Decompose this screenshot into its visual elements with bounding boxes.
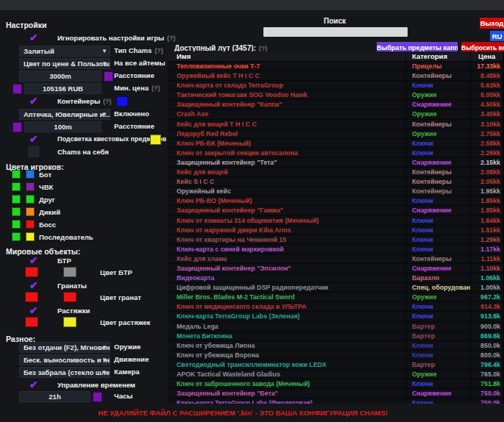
item-name: Видеокарта	[168, 273, 406, 282]
table-row[interactable]: Тактический томагавк SOG Voodoo HawkОруж…	[168, 90, 504, 99]
color-swatch[interactable]	[12, 207, 21, 216]
checkbox-check-icon[interactable]: ✔	[28, 134, 39, 145]
quest-highlight-color-swatch[interactable]	[150, 135, 161, 145]
color-swatch[interactable]	[26, 170, 35, 179]
item-name: Ключ от убежища Ворона	[168, 351, 406, 360]
table-row[interactable]: Защищенный контейнер "Бета"Снаряжение750…	[168, 389, 504, 398]
dropdown-weapon[interactable]: Без отдачи (F2), Мгновенное п▼	[19, 342, 110, 353]
column-header-name[interactable]: Имя	[168, 51, 406, 61]
checkbox-empty[interactable]	[28, 146, 39, 157]
table-row[interactable]: Ключ РБ-ВО (Меченый)Ключи1.85kk	[168, 196, 504, 205]
table-row[interactable]: Ключ от заброшенного завода (Меченый)Клю…	[168, 379, 504, 388]
hours-input[interactable]: 21h	[19, 391, 90, 402]
table-row[interactable]: Защищенный контейнер "Тета"Снаряжение2.1…	[168, 158, 504, 167]
weapon-dropdown-row: Без отдачи (F2), Мгновенное п▼ Оружие	[6, 342, 165, 354]
color-swatch[interactable]	[12, 170, 21, 179]
containers-checkbox[interactable]: ✔ Контейнеры(?)	[6, 96, 165, 107]
table-row[interactable]: Ключ-карта TerraGroup Labs (Зеленая)Ключ…	[168, 312, 504, 321]
table-row[interactable]: Защищенный контейнер "Эпсилон"Снаряжение…	[168, 264, 504, 273]
table-row[interactable]: Светодиодный трансиллюминатор кожи LEDXБ…	[168, 360, 504, 369]
table-row[interactable]: Ключ-карта TerraGroup Labs (Фиолетовая)К…	[168, 398, 504, 404]
dropdown-chams-type[interactable]: Залитый▼	[19, 46, 110, 57]
table-row[interactable]: Ключ от убежища ВоронаКлючи800.0k	[168, 351, 504, 360]
containers-distance-input[interactable]: 100m	[24, 121, 102, 132]
checkbox-check-icon[interactable]: ✔	[28, 379, 39, 390]
column-header-category[interactable]: Категория	[406, 51, 471, 61]
item-price: 1.11kk	[471, 254, 503, 263]
checkbox-check-icon[interactable]: ✔	[28, 305, 39, 316]
grenades-checkbox[interactable]: ✔ Гранаты	[6, 280, 165, 292]
color-swatch[interactable]	[26, 195, 35, 204]
search-input[interactable]	[263, 27, 408, 37]
exit-button[interactable]: Выход	[480, 18, 504, 29]
language-button[interactable]: RU	[490, 31, 504, 41]
item-price: 1.85kk	[471, 206, 503, 215]
table-row[interactable]: ВидеокартаБарахло1.06kk	[168, 273, 504, 282]
table-row[interactable]: Ключ РБ-БК (Меченый)Ключи2.58kk	[168, 139, 504, 148]
table-row[interactable]: Ледоруб Red RebelОружие2.75kk	[168, 129, 504, 138]
color-swatch[interactable]	[12, 220, 21, 229]
dropdown-camera[interactable]: Без забрала (стекло шлема)▼	[19, 367, 110, 378]
table-row[interactable]: Ключ от убежища ЛионаКлючи850.0k	[168, 341, 504, 350]
table-row[interactable]: Кейс для вещей T H I C CКонтейнеры3.10kk	[168, 120, 504, 129]
table-row[interactable]: Ключ-карта с синей маркировкойКлючи1.17k…	[168, 245, 504, 254]
color-swatch[interactable]	[26, 182, 35, 191]
color-swatch[interactable]	[25, 292, 38, 302]
min-price-input[interactable]: 105156 RUB	[24, 83, 102, 94]
table-row[interactable]: Защищенный контейнер "Гамма"Снаряжение1.…	[168, 206, 504, 215]
table-row[interactable]: Crash AxeОружие3.40kk	[168, 110, 504, 118]
table-row[interactable]: Ключ-карта от склада TerraGroupКлючи5.63…	[168, 81, 504, 90]
color-swatch[interactable]	[25, 267, 38, 277]
table-row[interactable]: Ключ от медицинского склада в УЛЬТРАКлюч…	[168, 302, 504, 311]
tripwires-checkbox[interactable]: ✔ Растяжки	[6, 305, 165, 317]
table-row[interactable]: Защищенный контейнер "Каппа"Снаряжение4.…	[168, 100, 504, 109]
table-row[interactable]: Ключ от квартиры на Чеканной 15Ключи1.29…	[168, 235, 504, 244]
table-row[interactable]: Оружейный кейс T H I C CКонтейнеры8.48kk	[168, 71, 504, 80]
table-row[interactable]: Кейс S I C CКонтейнеры2.05kk	[168, 177, 504, 186]
dropdown-containers-filter[interactable]: Аптечка, Ювелирные и...▼	[19, 109, 110, 120]
table-row[interactable]: Оружейный кейсКонтейнеры1.95kk	[168, 187, 504, 196]
table-row[interactable]: Тепловизионные очки Т-7Прицелы17.33kk	[168, 62, 504, 71]
color-swatch[interactable]	[12, 232, 21, 241]
color-swatch[interactable]	[12, 182, 21, 191]
dropdown-movement[interactable]: Беск. выносливость и нет уста▼	[19, 354, 110, 365]
containers-color-swatch[interactable]	[116, 96, 128, 107]
containers-distance-color-swatch[interactable]	[13, 122, 22, 132]
table-row[interactable]: APOK Tactical Wasteland GladiusОружие765…	[168, 370, 504, 379]
table-row[interactable]: Miller Bros. Blades M-2 Tactical SwordОр…	[168, 293, 504, 301]
color-swatch[interactable]	[26, 232, 35, 241]
quest-highlight-checkbox[interactable]: ✔ Подсветка квестовых предметов	[6, 134, 165, 146]
distance-input[interactable]: 3000m	[19, 71, 102, 82]
table-row[interactable]: Кейс для вещейКонтейнеры2.08kk	[168, 168, 504, 176]
checkbox-check-icon[interactable]: ✔	[28, 32, 39, 43]
checkbox-check-icon[interactable]: ✔	[28, 96, 39, 107]
color-swatch[interactable]	[26, 207, 35, 216]
table-row[interactable]: Кейс для хламаКонтейнеры1.11kk	[168, 254, 504, 263]
min-price-color-swatch[interactable]	[13, 84, 22, 94]
distance-color-swatch[interactable]	[104, 71, 113, 82]
table-row[interactable]: Ключ от закрытой секции автосалонаКлючи2…	[168, 149, 504, 157]
color-swatch[interactable]	[63, 292, 77, 302]
chams-self-checkbox[interactable]: Chams на себя	[6, 146, 165, 158]
time-control-checkbox[interactable]: ✔ Управление временем	[6, 379, 165, 391]
hours-color-swatch[interactable]	[93, 392, 102, 402]
color-swatch[interactable]	[63, 317, 77, 327]
btr-checkbox[interactable]: ✔ БТР	[6, 255, 165, 267]
table-row[interactable]: Ключ от наружной двери Kiba ArmsКлючи1.5…	[168, 226, 504, 235]
checkbox-check-icon[interactable]: ✔	[28, 255, 39, 266]
dropdown-all-items[interactable]: Цвет по цене & Пользователь▼	[19, 58, 110, 69]
color-swatch[interactable]	[25, 317, 38, 327]
color-swatch[interactable]	[26, 220, 35, 229]
table-row[interactable]: Ключ от комнаты 314 общежития (Меченый)К…	[168, 216, 504, 225]
item-name: Тактический томагавк SOG Voodoo Hawk	[168, 90, 406, 99]
checkbox-check-icon[interactable]: ✔	[28, 280, 39, 291]
table-row[interactable]: Медаль LegaБартер900.0k	[168, 322, 504, 331]
table-row[interactable]: Монета БиткоинаБартер869.6k	[168, 332, 504, 340]
ignore-game-settings-checkbox[interactable]: ✔ Игнорировать настройки игры(?)	[6, 32, 165, 44]
table-row[interactable]: Цифровой защищенный DSP радиопередатчикС…	[168, 283, 504, 292]
column-header-price[interactable]: Цена	[471, 51, 503, 61]
color-swatch[interactable]	[12, 195, 21, 204]
color-swatch[interactable]	[63, 267, 77, 277]
item-category: Прицелы	[406, 62, 471, 71]
item-category: Оружие	[406, 293, 471, 301]
